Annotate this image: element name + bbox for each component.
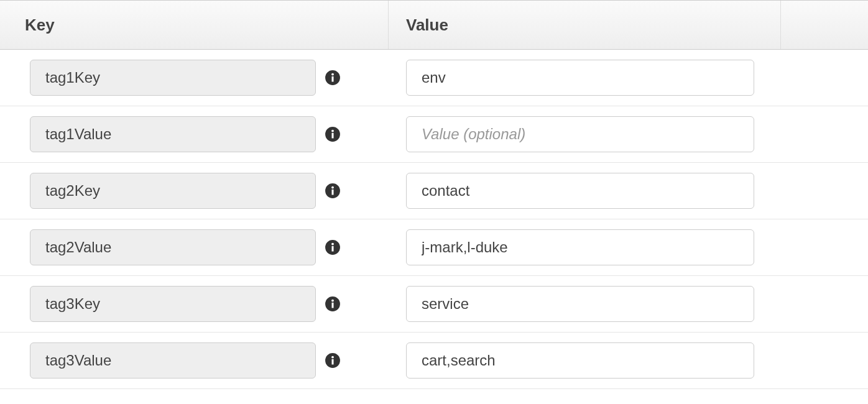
value-input[interactable]	[406, 342, 754, 379]
table-row: tag2Value	[0, 219, 868, 276]
svg-point-11	[331, 243, 334, 246]
parameters-table: Key Value tag1Key tag1Value tag2Key	[0, 0, 868, 389]
key-label: tag1Value	[30, 116, 316, 152]
table-row: tag3Key	[0, 276, 868, 333]
svg-rect-16	[331, 359, 333, 365]
table-row: tag1Value	[0, 106, 868, 163]
svg-point-17	[331, 356, 334, 359]
svg-rect-10	[331, 246, 333, 252]
column-header-end	[781, 1, 868, 49]
info-icon[interactable]	[325, 239, 341, 255]
key-cell: tag2Key	[0, 173, 389, 209]
value-cell	[389, 60, 868, 96]
key-label: tag2Key	[30, 173, 316, 209]
value-cell	[389, 342, 868, 379]
svg-rect-1	[331, 76, 333, 82]
value-input[interactable]	[406, 173, 754, 209]
info-icon[interactable]	[325, 183, 341, 199]
value-input[interactable]	[406, 286, 754, 322]
info-icon[interactable]	[325, 70, 341, 86]
info-icon[interactable]	[325, 126, 341, 142]
svg-rect-4	[331, 133, 333, 139]
value-input[interactable]	[406, 60, 754, 96]
svg-rect-7	[331, 190, 333, 195]
table-header-row: Key Value	[0, 0, 868, 50]
info-icon[interactable]	[325, 352, 341, 369]
value-input[interactable]	[406, 116, 754, 152]
key-cell: tag2Value	[0, 229, 389, 265]
table-row: tag3Value	[0, 333, 868, 389]
svg-point-5	[331, 130, 334, 132]
key-label: tag2Value	[30, 229, 316, 265]
value-input[interactable]	[406, 229, 754, 265]
svg-point-2	[331, 73, 334, 76]
key-cell: tag1Value	[0, 116, 389, 152]
key-cell: tag3Value	[0, 342, 389, 379]
key-label: tag3Key	[30, 286, 316, 322]
table-row: tag2Key	[0, 163, 868, 219]
table-row: tag1Key	[0, 50, 868, 106]
column-header-key: Key	[0, 1, 389, 49]
value-cell	[389, 116, 868, 152]
key-cell: tag3Key	[0, 286, 389, 322]
key-label: tag3Value	[30, 342, 316, 379]
value-cell	[389, 229, 868, 265]
svg-point-8	[331, 186, 334, 189]
value-cell	[389, 286, 868, 322]
info-icon[interactable]	[325, 296, 341, 312]
svg-rect-13	[331, 303, 333, 308]
svg-point-14	[331, 300, 334, 302]
key-cell: tag1Key	[0, 60, 389, 96]
value-cell	[389, 173, 868, 209]
key-label: tag1Key	[30, 60, 316, 96]
column-header-value: Value	[389, 1, 781, 49]
